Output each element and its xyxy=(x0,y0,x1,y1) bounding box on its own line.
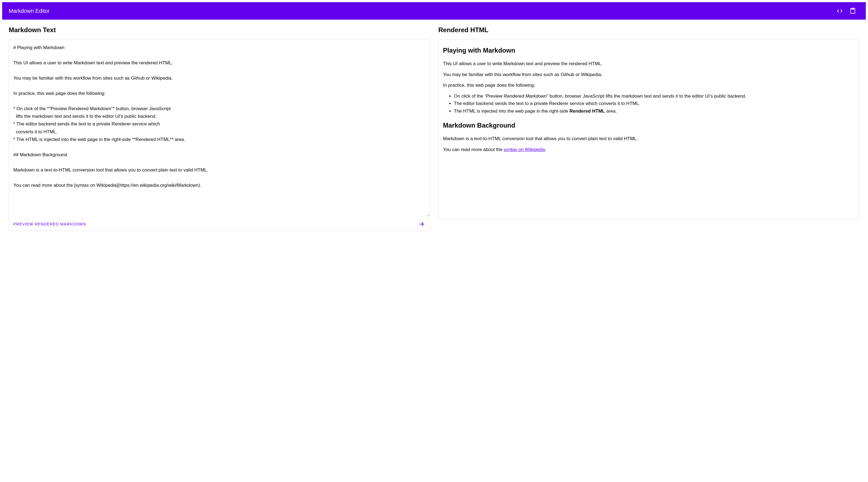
list-item: On click of the “Preview Rendered Markdo… xyxy=(454,93,855,100)
rendered-card: Playing with Markdown This UI allows a u… xyxy=(438,39,859,219)
wikipedia-link[interactable]: syntax on Wikipedia xyxy=(504,147,545,152)
main-content: Markdown Text Preview Rendered Markdown … xyxy=(2,20,866,237)
list-item: The HTML is injected into the web page i… xyxy=(454,108,855,115)
right-column: Rendered HTML Playing with Markdown This… xyxy=(438,26,859,231)
preview-button[interactable]: Preview Rendered Markdown xyxy=(13,220,86,228)
rendered-h1: Playing with Markdown xyxy=(443,46,855,55)
rendered-h2: Markdown Background xyxy=(443,120,855,130)
app-title: Markdown Editor xyxy=(9,8,833,14)
rendered-p1: This UI allows a user to write Markdown … xyxy=(443,60,855,67)
rendered-list: On click of the “Preview Rendered Markdo… xyxy=(443,93,855,115)
left-column: Markdown Text Preview Rendered Markdown xyxy=(9,26,430,231)
editor-card: Preview Rendered Markdown xyxy=(9,39,430,231)
arrow-right-icon[interactable] xyxy=(418,221,425,227)
markdown-text-heading: Markdown Text xyxy=(9,26,430,34)
rendered-p4: Markdown is a text-to-HTML conversion to… xyxy=(443,135,855,142)
app-bar: Markdown Editor xyxy=(2,2,866,20)
code-icon[interactable] xyxy=(833,4,846,18)
rendered-p2: You may be familiar with this workflow f… xyxy=(443,71,855,78)
list-item: The editor backend sends the text to a p… xyxy=(454,100,855,107)
rendered-p3: In practice, this web page does the foll… xyxy=(443,82,855,89)
card-actions: Preview Rendered Markdown xyxy=(9,218,429,231)
clipboard-icon[interactable] xyxy=(846,4,859,18)
rendered-html-heading: Rendered HTML xyxy=(438,26,859,34)
markdown-textarea[interactable] xyxy=(9,39,429,217)
rendered-p5: You can read more about the syntax on Wi… xyxy=(443,146,855,153)
